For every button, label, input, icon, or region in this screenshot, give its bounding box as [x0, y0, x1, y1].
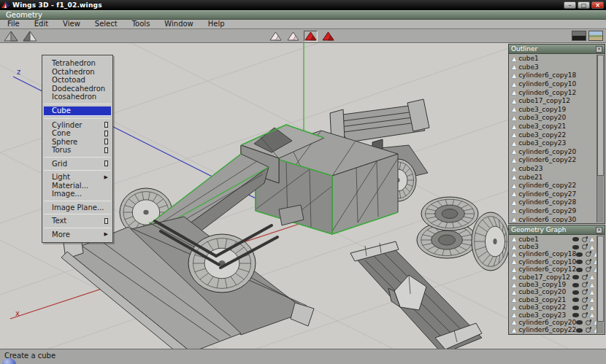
geometry-graph-item[interactable]: ▲cylinder6_copy22▲: [510, 327, 597, 333]
option-box-icon[interactable]: [104, 218, 108, 224]
geometry-graph-item[interactable]: ▲cube3_copy21▲: [510, 296, 597, 303]
pyramid-split-tool-icon[interactable]: [23, 31, 37, 42]
lock-icon[interactable]: [582, 290, 587, 295]
context-menu-item-image-plane[interactable]: Image Plane...: [42, 204, 112, 212]
context-menu-item-light[interactable]: Light▶: [42, 173, 112, 182]
outliner-titlebar[interactable]: Outliner ×: [509, 44, 605, 54]
outliner-item[interactable]: ▲cylinder6_copy27: [510, 190, 597, 199]
edge-mode-button[interactable]: [286, 31, 300, 42]
outliner-item[interactable]: ▲cube3_copy21: [510, 123, 597, 131]
lock-icon[interactable]: [582, 244, 587, 249]
menu-help[interactable]: Help: [201, 20, 232, 28]
geometry-graph-item[interactable]: ▲cube3_copy20▲: [510, 289, 597, 296]
menu-window[interactable]: Window: [157, 20, 200, 28]
spare-standing-wheel[interactable]: [472, 212, 510, 271]
menu-select[interactable]: Select: [88, 20, 125, 28]
outliner-item[interactable]: ▲cube3_copy20: [510, 114, 597, 123]
context-menu-item-cube[interactable]: Cube: [44, 107, 111, 116]
outliner-item[interactable]: ▲cube1: [510, 55, 597, 63]
geometry-graph-item[interactable]: ▲cylinder6_copy20▲: [510, 319, 597, 326]
wireframe-toggle-icon[interactable]: ▲: [590, 290, 594, 295]
visibility-eye-icon[interactable]: [572, 290, 579, 295]
outliner-scrollbar[interactable]: [597, 55, 604, 222]
context-menu-item-octahedron[interactable]: Octahedron: [42, 68, 112, 77]
geometry-graph-item[interactable]: ▲cube3_copy22▲: [510, 304, 597, 311]
wireframe-toggle-icon[interactable]: ▲: [590, 274, 594, 280]
viewport[interactable]: z x: [0, 43, 606, 349]
lock-icon[interactable]: [586, 320, 591, 325]
context-menu-item-dodecahedron[interactable]: Dodecahedron: [42, 85, 112, 93]
menu-tools[interactable]: Tools: [125, 20, 158, 28]
outliner-item[interactable]: ▲cylinder6_copy10: [510, 80, 597, 89]
option-box-icon[interactable]: [104, 139, 108, 144]
ground-plane-toggle-thumbnail[interactable]: [572, 31, 586, 41]
geometry-graph-resize-grip[interactable]: [597, 327, 604, 333]
geometry-graph-item[interactable]: ▲cube17_copy12▲: [510, 274, 597, 281]
f1-car-model[interactable]: [61, 99, 429, 349]
lock-icon[interactable]: [582, 282, 587, 287]
outliner-item[interactable]: ▲cylinder6_copy29: [510, 207, 597, 216]
pyramid-tool-icon[interactable]: [4, 31, 18, 42]
context-menu-item-text[interactable]: Text: [42, 217, 112, 225]
context-menu-item-grid[interactable]: Grid: [42, 160, 112, 169]
geometry-graph-item[interactable]: ▲cube1▲: [510, 236, 597, 243]
option-box-icon[interactable]: [104, 160, 108, 166]
outliner-item[interactable]: ▲cube23: [510, 165, 597, 174]
geometry-graph-item[interactable]: ▲cylinder6_copy18▲: [510, 251, 597, 258]
geometry-graph-close-icon[interactable]: ×: [596, 227, 602, 233]
option-box-icon[interactable]: [104, 147, 108, 153]
context-menu-item-torus[interactable]: Torus: [42, 146, 112, 155]
context-menu-item-cylinder[interactable]: Cylinder: [42, 121, 112, 130]
lock-icon[interactable]: [586, 260, 591, 265]
context-menu-item-tetrahedron[interactable]: Tetrahedron: [42, 59, 112, 68]
wireframe-toggle-icon[interactable]: ▲: [590, 305, 594, 311]
outliner-item[interactable]: ▲cube3_copy19: [510, 106, 597, 115]
context-menu-item-material[interactable]: Material...: [42, 182, 112, 190]
context-menu-item-sphere[interactable]: Sphere: [42, 138, 112, 147]
visibility-eye-icon[interactable]: [576, 320, 583, 325]
geometry-graph-item[interactable]: ▲cylinder6_copy10▲: [510, 258, 597, 266]
tire-stack[interactable]: [417, 197, 510, 271]
outliner-item[interactable]: ▲cube3_copy23: [510, 139, 597, 148]
wireframe-toggle-icon[interactable]: ▲: [590, 297, 594, 303]
visibility-eye-icon[interactable]: [572, 313, 579, 317]
lock-icon[interactable]: [582, 275, 587, 280]
outliner-item[interactable]: ▲cylinder6_copy22: [510, 182, 597, 190]
spare-wing-model[interactable]: [350, 241, 482, 349]
lock-icon[interactable]: [586, 328, 591, 333]
visibility-eye-icon[interactable]: [572, 237, 579, 241]
menu-view[interactable]: View: [55, 20, 88, 28]
outliner-item[interactable]: ▲cube3_copy22: [510, 131, 597, 139]
outliner-item[interactable]: ▲cube21: [510, 173, 597, 182]
context-menu-item-cone[interactable]: Cone: [42, 129, 112, 138]
wireframe-toggle-icon[interactable]: ▲: [590, 236, 594, 242]
wireframe-toggle-icon[interactable]: ▲: [590, 282, 594, 288]
geometry-graph-item[interactable]: ▲cube3_copy19▲: [510, 281, 597, 288]
front-near-wheel[interactable]: [188, 234, 256, 293]
body-mode-button[interactable]: [321, 31, 335, 42]
visibility-eye-icon[interactable]: [572, 275, 579, 279]
outliner-resize-grip[interactable]: [597, 216, 604, 222]
vertex-mode-button[interactable]: [269, 31, 283, 42]
menu-edit[interactable]: Edit: [27, 20, 55, 28]
lock-icon[interactable]: [582, 305, 587, 310]
outliner-item[interactable]: ▲cylinder6_copy30: [510, 215, 597, 222]
geometry-graph-item[interactable]: ▲cylinder6_copy12▲: [510, 266, 597, 274]
outliner-item[interactable]: ▲cube17_copy12: [510, 97, 597, 106]
visibility-eye-icon[interactable]: [576, 328, 583, 333]
visibility-eye-icon[interactable]: [572, 298, 579, 302]
outliner-close-icon[interactable]: ×: [596, 46, 602, 53]
outliner-item[interactable]: ▲cylinder6_copy20: [510, 148, 597, 157]
outliner-scroll-thumb[interactable]: [597, 55, 604, 176]
outliner-item[interactable]: ▲cylinder6_copy28: [510, 198, 597, 207]
maximize-button[interactable]: □: [578, 1, 590, 9]
geometry-workspace-tab[interactable]: Geometry: [0, 10, 606, 20]
geometry-graph-scrollbar[interactable]: [597, 236, 604, 333]
minimize-button[interactable]: –: [564, 1, 576, 9]
visibility-eye-icon[interactable]: [572, 245, 579, 249]
close-button[interactable]: ×: [591, 1, 604, 9]
lock-icon[interactable]: [586, 267, 591, 272]
scene-view-toggle-thumbnail[interactable]: [588, 31, 603, 41]
wireframe-toggle-icon[interactable]: ▲: [590, 312, 594, 318]
geometry-graph-item[interactable]: ▲cube3_copy23▲: [510, 311, 597, 319]
